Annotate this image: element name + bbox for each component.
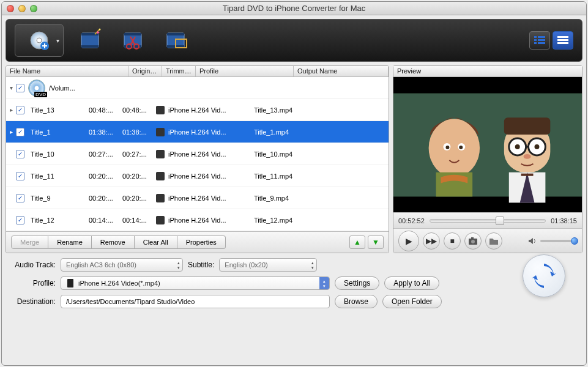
svg-rect-19	[538, 36, 545, 38]
svg-rect-21	[538, 42, 545, 44]
folder-icon	[489, 237, 498, 245]
row-profile: iPhone H.264 Vid...	[154, 216, 251, 224]
svg-point-1	[37, 38, 42, 43]
svg-rect-34	[504, 117, 551, 135]
table-row[interactable]: ▸ ✓ Title_1 01:38:... 01:38:... iPhone H…	[6, 121, 389, 143]
disclosure-triangle-icon[interactable]: ▸	[10, 106, 16, 113]
svg-rect-22	[557, 36, 568, 38]
window-close-button[interactable]	[7, 5, 14, 12]
volume-thumb[interactable]	[571, 237, 578, 245]
preview-frame-icon	[393, 81, 582, 209]
detail-view-button[interactable]	[553, 31, 573, 50]
destination-input[interactable]: /Users/test/Documents/Tipard Studio/Vide…	[61, 295, 330, 308]
row-checkbox[interactable]: ✓	[16, 84, 24, 92]
snapshot-folder-button[interactable]	[485, 232, 502, 250]
profile-select[interactable]: iPhone H.264 Video(*.mp4)	[61, 276, 330, 290]
stop-button[interactable]: ■	[444, 232, 461, 250]
window-minimize-button[interactable]	[18, 5, 26, 12]
row-output-name: Title_13.mp4	[251, 106, 385, 114]
list-view-button[interactable]	[529, 31, 550, 50]
row-checkbox[interactable]: ✓	[16, 150, 24, 158]
disc-add-icon	[29, 30, 50, 51]
preview-duration: 01:38:15	[551, 217, 577, 224]
disclosure-triangle-icon[interactable]: ▾	[10, 84, 16, 91]
row-original-length: 01:38:...	[86, 128, 120, 136]
merge-button[interactable]: Merge	[11, 235, 48, 249]
row-original-length: 00:20:...	[86, 172, 120, 180]
apply-to-all-button[interactable]: Apply to All	[384, 276, 439, 290]
row-output-name: Title_10.mp4	[251, 150, 385, 158]
svg-rect-24	[557, 42, 568, 44]
trim-button[interactable]	[116, 24, 149, 57]
add-dvd-button[interactable]	[15, 24, 64, 57]
disclosure-triangle-icon[interactable]: ▸	[10, 128, 16, 135]
svg-rect-45	[471, 237, 474, 239]
filmstrip-trim-icon	[121, 28, 145, 53]
profile-icon	[156, 128, 165, 136]
crop-button[interactable]	[159, 24, 192, 57]
table-row[interactable]: ✓ Title_12 00:14:... 00:14:... iPhone H.…	[6, 209, 389, 231]
row-trimmed-length: 00:20:...	[120, 195, 154, 202]
profile-icon	[156, 150, 165, 158]
properties-button[interactable]: Properties	[177, 235, 226, 249]
table-row[interactable]: ▸ ✓ Title_13 00:48:... 00:48:... iPhone …	[6, 99, 389, 121]
table-row[interactable]: ✓ Title_9 00:20:... 00:20:... iPhone H.2…	[6, 187, 389, 209]
play-button[interactable]: ▶	[398, 231, 419, 251]
svg-rect-8	[124, 33, 141, 35]
volume-slider[interactable]	[540, 240, 577, 242]
audio-track-select[interactable]: English AC3 6ch (0x80)	[61, 258, 183, 272]
row-checkbox[interactable]: ✓	[16, 106, 24, 114]
table-row[interactable]: ✓ Title_11 00:20:... 00:20:... iPhone H.…	[6, 165, 389, 187]
row-trimmed-length: 00:48:...	[120, 106, 154, 114]
step-forward-button[interactable]: ▶▶	[423, 232, 440, 250]
rename-button[interactable]: Rename	[48, 235, 92, 249]
svg-rect-13	[167, 33, 184, 35]
header-output-name[interactable]: Output Name	[294, 66, 389, 76]
row-filename: Title_1	[28, 128, 86, 136]
detail-icon	[557, 36, 568, 45]
dvd-disc-icon	[28, 80, 45, 97]
row-checkbox[interactable]: ✓	[16, 194, 24, 202]
table-row[interactable]: ✓ Title_10 00:27:... 00:27:... iPhone H.…	[6, 143, 389, 165]
header-original-length[interactable]: Original Le	[128, 66, 162, 76]
row-profile: iPhone H.264 Vid...	[154, 172, 251, 180]
move-down-button[interactable]: ▼	[368, 235, 384, 249]
clear-all-button[interactable]: Clear All	[135, 235, 177, 249]
table-row-root[interactable]: ▾ ✓ /Volum...	[6, 77, 389, 99]
seek-thumb[interactable]	[496, 217, 504, 225]
remove-button[interactable]: Remove	[92, 235, 135, 249]
window-title: Tipard DVD to iPhone Converter for Mac	[2, 4, 586, 13]
window-zoom-button[interactable]	[30, 5, 37, 12]
open-folder-button[interactable]: Open Folder	[382, 295, 442, 308]
effect-button[interactable]	[73, 24, 106, 57]
convert-button[interactable]	[523, 254, 565, 297]
titlebar: Tipard DVD to iPhone Converter for Mac	[2, 2, 586, 15]
svg-rect-26	[393, 93, 582, 196]
header-profile[interactable]: Profile	[196, 66, 294, 76]
move-up-button[interactable]: ▲	[349, 235, 365, 249]
camera-icon	[469, 237, 477, 245]
main-toolbar	[6, 19, 582, 62]
preview-pane: Preview	[393, 65, 582, 253]
svg-rect-5	[81, 45, 99, 48]
row-trimmed-length: 00:14:...	[120, 217, 154, 224]
preview-seek-slider[interactable]	[430, 219, 546, 223]
header-filename[interactable]: File Name	[6, 66, 128, 76]
row-checkbox[interactable]: ✓	[16, 216, 24, 224]
row-filename: Title_12	[28, 217, 86, 224]
row-trimmed-length: 01:38:...	[120, 128, 154, 136]
list-icon	[534, 36, 545, 45]
row-filename: Title_13	[28, 106, 86, 114]
svg-rect-23	[557, 39, 568, 41]
preview-video	[393, 77, 582, 212]
subtitle-select[interactable]: English (0x20)	[219, 258, 317, 272]
browse-button[interactable]: Browse	[335, 295, 378, 308]
snapshot-button[interactable]	[464, 232, 482, 250]
row-checkbox[interactable]: ✓	[16, 172, 24, 180]
row-output-name: Title_1.mp4	[251, 128, 385, 136]
filmstrip-magic-icon	[78, 28, 102, 53]
header-trimmed-length[interactable]: Trimmed L	[162, 66, 196, 76]
settings-button[interactable]: Settings	[335, 276, 379, 290]
row-checkbox[interactable]: ✓	[16, 128, 24, 136]
row-profile: iPhone H.264 Vid...	[154, 194, 251, 202]
